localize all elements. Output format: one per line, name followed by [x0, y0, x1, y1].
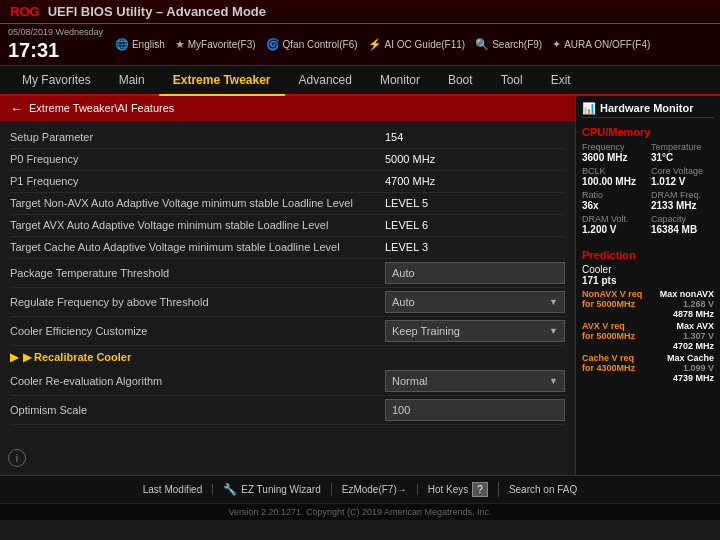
monitor-dramvolt-label: DRAM Volt. 1.200 V	[582, 214, 645, 235]
aioc-btn[interactable]: ⚡ AI OC Guide(F11)	[368, 38, 466, 51]
myfavorite-btn[interactable]: ★ MyFavorite(F3)	[175, 38, 256, 51]
setting-value-avx: LEVEL 6	[385, 219, 565, 231]
myfavorite-label: MyFavorite(F3)	[188, 39, 256, 50]
tab-extreme-tweaker[interactable]: Extreme Tweaker	[159, 66, 285, 96]
language-selector[interactable]: 🌐 English	[115, 38, 165, 51]
regulate-value: Auto	[392, 296, 549, 308]
setting-value-cache: LEVEL 3	[385, 241, 565, 253]
dropdown-arrow-icon: ▼	[549, 297, 558, 307]
monitor-freq-label: Frequency 3600 MHz	[582, 142, 645, 163]
tab-advanced[interactable]: Advanced	[285, 66, 366, 94]
setting-optimism: Optimism Scale 100	[10, 396, 565, 425]
pkg-temp-value: Auto	[392, 267, 558, 279]
monitor-ratio-label: Ratio 36x	[582, 190, 645, 211]
cpu-memory-section: CPU/Memory Frequency 3600 MHz Temperatur…	[582, 126, 714, 239]
last-modified-btn[interactable]: Last Modified	[133, 484, 213, 495]
search-faq-label: Search on FAQ	[509, 484, 577, 495]
prediction-row-nonavx: NonAVX V req Max nonAVX for 5000MHz 1.26…	[582, 289, 714, 319]
setting-label-optimism: Optimism Scale	[10, 404, 385, 416]
setting-nonavx: Target Non-AVX Auto Adaptive Voltage min…	[10, 193, 565, 215]
info-items: 🌐 English ★ MyFavorite(F3) 🌀 Qfan Contro…	[115, 38, 712, 51]
aura-label: AURA ON/OFF(F4)	[564, 39, 650, 50]
optimism-input[interactable]: 100	[385, 399, 565, 421]
title-bar: ROG UEFI BIOS Utility – Advanced Mode	[0, 0, 720, 24]
last-modified-label: Last Modified	[143, 484, 202, 495]
prediction-row-cache: Cache V req Max Cache for 4300MHz 1.099 …	[582, 353, 714, 383]
bottom-bar: Last Modified 🔧 EZ Tuning Wizard EzMode(…	[0, 475, 720, 503]
cpu-memory-title: CPU/Memory	[582, 126, 714, 138]
setting-label-setup: Setup Parameter	[10, 131, 385, 143]
aura-btn[interactable]: ✦ AURA ON/OFF(F4)	[552, 38, 650, 51]
footer-text: Version 2.20.1271. Copyright (C) 2019 Am…	[228, 507, 491, 517]
monitor-dramfreq-label: DRAM Freq. 2133 MHz	[651, 190, 714, 211]
monitor-capacity-label: Capacity 16384 MB	[651, 214, 714, 235]
pkg-temp-dropdown[interactable]: Auto	[385, 262, 565, 284]
setting-p1-freq: P1 Frequency 4700 MHz	[10, 171, 565, 193]
setting-label-regulate: Regulate Frequency by above Threshold	[10, 296, 385, 308]
prediction-row-avx: AVX V req Max AVX for 5000MHz 1.307 V 47…	[582, 321, 714, 351]
setting-label-p0: P0 Frequency	[10, 153, 385, 165]
setting-cache: Target Cache Auto Adaptive Voltage minim…	[10, 237, 565, 259]
setting-label-nonavx: Target Non-AVX Auto Adaptive Voltage min…	[10, 197, 385, 209]
fan-icon: 🌀	[266, 38, 280, 51]
setting-pkg-temp: Package Temperature Threshold Auto	[10, 259, 565, 288]
ez-mode-btn[interactable]: EzMode(F7)→	[332, 484, 418, 495]
setting-label-avx: Target AVX Auto Adaptive Voltage minimum…	[10, 219, 385, 231]
search-btn[interactable]: 🔍 Search(F9)	[475, 38, 542, 51]
info-bar: 05/08/2019 Wednesday 17:31 🌐 English ★ M…	[0, 24, 720, 66]
rog-logo: ROG	[10, 4, 40, 19]
search-label: Search(F9)	[492, 39, 542, 50]
cooler-eff-value: Keep Training	[392, 325, 549, 337]
qfan-label: Qfan Control(F6)	[283, 39, 358, 50]
hardware-monitor-title: 📊 Hardware Monitor	[582, 102, 714, 118]
setting-regulate-freq: Regulate Frequency by above Threshold Au…	[10, 288, 565, 317]
monitor-bclk-label: BCLK 100.00 MHz	[582, 166, 645, 187]
right-sidebar: 📊 Hardware Monitor CPU/Memory Frequency …	[575, 96, 720, 475]
aura-icon: ✦	[552, 38, 561, 51]
time: 17:31	[8, 38, 103, 62]
setting-value-p1: 4700 MHz	[385, 175, 565, 187]
monitor-corevolt-label: Core Voltage 1.012 V	[651, 166, 714, 187]
cooler-eff-dropdown[interactable]: Keep Training ▼	[385, 320, 565, 342]
globe-icon: 🌐	[115, 38, 129, 51]
reeval-value: Normal	[392, 375, 549, 387]
dropdown-arrow2-icon: ▼	[549, 326, 558, 336]
back-arrow-icon[interactable]: ←	[10, 101, 23, 116]
search-faq-btn[interactable]: Search on FAQ	[499, 484, 587, 495]
reeval-dropdown[interactable]: Normal ▼	[385, 370, 565, 392]
tab-my-favorites[interactable]: My Favorites	[8, 66, 105, 94]
regulate-dropdown[interactable]: Auto ▼	[385, 291, 565, 313]
setting-label-pkg-temp: Package Temperature Threshold	[10, 267, 385, 279]
footer: Version 2.20.1271. Copyright (C) 2019 Am…	[0, 503, 720, 520]
setting-cooler-reeval: Cooler Re-evaluation Algorithm Normal ▼	[10, 367, 565, 396]
left-panel: ← Extreme Tweaker\AI Features Setup Para…	[0, 96, 575, 475]
hardware-monitor-label: Hardware Monitor	[600, 102, 694, 114]
tab-exit[interactable]: Exit	[537, 66, 585, 94]
hot-keys-btn[interactable]: Hot Keys ?	[418, 482, 499, 497]
tab-monitor[interactable]: Monitor	[366, 66, 434, 94]
tab-main[interactable]: Main	[105, 66, 159, 94]
recalibrate-section[interactable]: ▶ ▶ Recalibrate Cooler	[10, 346, 565, 367]
tab-tool[interactable]: Tool	[487, 66, 537, 94]
setting-label-p1: P1 Frequency	[10, 175, 385, 187]
datetime: 05/08/2019 Wednesday 17:31	[8, 27, 103, 62]
dropdown-arrow3-icon: ▼	[549, 376, 558, 386]
setting-avx: Target AVX Auto Adaptive Voltage minimum…	[10, 215, 565, 237]
monitor-temp-label: Temperature 31°C	[651, 142, 714, 163]
info-icon[interactable]: i	[8, 449, 26, 467]
hot-keys-label: Hot Keys	[428, 484, 469, 495]
language-label: English	[132, 39, 165, 50]
breadcrumb-text: Extreme Tweaker\AI Features	[29, 102, 174, 114]
star-icon: ★	[175, 38, 185, 51]
hot-keys-badge: ?	[472, 482, 488, 497]
expand-arrow-icon: ▶	[10, 351, 18, 364]
ez-tuning-btn[interactable]: 🔧 EZ Tuning Wizard	[213, 483, 331, 496]
title-bar-text: UEFI BIOS Utility – Advanced Mode	[48, 4, 266, 19]
tab-boot[interactable]: Boot	[434, 66, 487, 94]
optimism-value: 100	[392, 404, 410, 416]
ez-tuning-label: EZ Tuning Wizard	[241, 484, 320, 495]
date: 05/08/2019 Wednesday	[8, 27, 103, 38]
prediction-section: Prediction Cooler 171 pts NonAVX V req M…	[582, 249, 714, 385]
qfan-btn[interactable]: 🌀 Qfan Control(F6)	[266, 38, 358, 51]
ez-mode-label: EzMode(F7)→	[342, 484, 407, 495]
